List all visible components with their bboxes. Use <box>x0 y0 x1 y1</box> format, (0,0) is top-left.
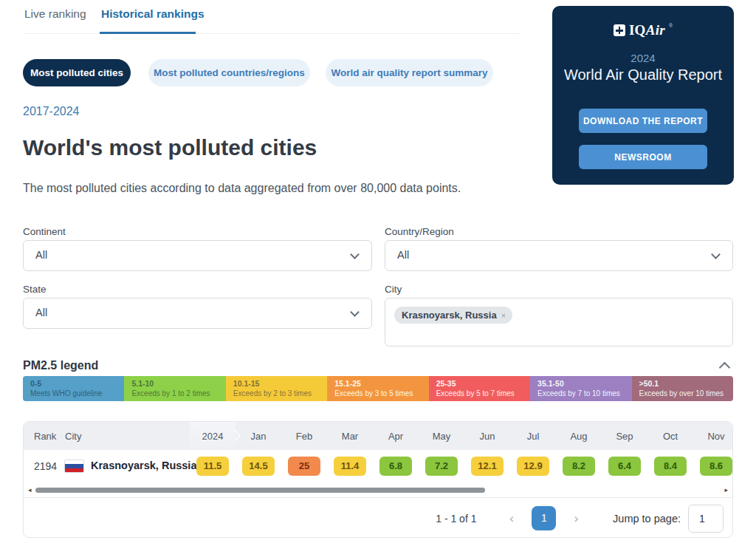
state-select[interactable]: All <box>23 298 372 329</box>
page-title: World's most polluted cities <box>23 135 317 160</box>
col-aug: Aug <box>556 431 602 442</box>
col-2024[interactable]: 2024 <box>190 431 236 442</box>
pm25-value: 7.2 <box>425 457 458 476</box>
col-apr: Apr <box>373 431 419 442</box>
russia-flag-icon <box>64 460 84 473</box>
chevron-down-icon <box>350 307 360 317</box>
continent-value: All <box>35 249 47 261</box>
table-row: 2194 Krasnoyarsk, Russia 11.5 14.5 25 11… <box>24 450 732 482</box>
legend-band: >50.1Exceeds by over 10 times <box>632 376 733 401</box>
jump-to-page-input[interactable] <box>688 505 724 533</box>
page-subtitle: The most polluted cities according to da… <box>23 182 461 195</box>
newsroom-button[interactable]: NEWSROOM <box>579 145 707 169</box>
year-range: 2017-2024 <box>23 105 80 118</box>
pm25-value: 8.2 <box>563 457 595 476</box>
col-jun: Jun <box>464 431 510 442</box>
legend-band: 25-35Exceeds by 5 to 7 times <box>429 376 530 401</box>
col-rank: Rank <box>34 431 56 442</box>
report-title: World Air Quality Report <box>552 66 734 83</box>
city-tag: Krasnoyarsk, Russia × <box>394 307 512 324</box>
city-multiselect[interactable]: Krasnoyarsk, Russia × <box>385 298 733 346</box>
state-value: All <box>35 307 47 318</box>
country-label: Country/Region <box>385 226 454 237</box>
col-sep: Sep <box>602 431 647 442</box>
col-mar: Mar <box>327 431 373 442</box>
table-header: Rank City 2024 Jan Feb Mar Apr May Jun J… <box>24 422 732 450</box>
tab-strip: Live ranking Historical rankings <box>23 0 520 34</box>
city-name[interactable]: Krasnoyarsk, Russia <box>91 460 196 471</box>
chevron-down-icon <box>711 250 721 259</box>
remove-tag-icon[interactable]: × <box>501 311 506 320</box>
tab-historical-rankings[interactable]: Historical rankings <box>101 7 205 21</box>
col-nov: Nov <box>693 431 733 442</box>
page-1-button[interactable]: 1 <box>532 506 556 530</box>
country-value: All <box>397 249 409 261</box>
rankings-table: Rank City 2024 Jan Feb Mar Apr May Jun J… <box>23 421 733 538</box>
col-may: May <box>419 431 464 442</box>
col-oct: Oct <box>647 431 693 442</box>
legend-band: 10.1-15Exceeds by 2 to 3 times <box>226 376 327 401</box>
registered-mark: ® <box>669 23 673 28</box>
city-tag-label: Krasnoyarsk, Russia <box>402 310 497 321</box>
legend-band: 5.1-10Exceeds by 1 to 2 times <box>124 376 225 401</box>
tab-live-ranking[interactable]: Live ranking <box>24 7 86 21</box>
col-jul: Jul <box>510 431 556 442</box>
iqair-cross-icon <box>614 24 625 36</box>
prev-page-icon[interactable]: ‹ <box>509 511 514 526</box>
report-year: 2024 <box>552 52 734 64</box>
pm25-value: 25 <box>288 457 320 476</box>
pm25-value: 8.6 <box>700 457 732 476</box>
pm25-legend-title: PM2.5 legend <box>23 359 98 372</box>
state-label: State <box>23 284 47 295</box>
col-jan: Jan <box>236 431 281 442</box>
iqair-logo: IQAir ® <box>552 22 734 38</box>
download-report-button[interactable]: DOWNLOAD THE REPORT <box>579 109 707 133</box>
chevron-up-icon[interactable] <box>719 362 731 374</box>
legend-band: 15.1-25Exceeds by 3 to 5 times <box>327 376 428 401</box>
pm25-value: 6.4 <box>608 457 641 476</box>
pagination-bar: 1 - 1 of 1 ‹ 1 › Jump to page: <box>24 497 732 538</box>
chevron-down-icon <box>350 250 360 259</box>
pm25-value: 12.1 <box>471 457 504 476</box>
pill-most-polluted-countries[interactable]: Most polluted countries/regions <box>148 59 310 86</box>
pill-report-summary[interactable]: World air quality report summary <box>326 59 493 86</box>
pagination-summary: 1 - 1 of 1 <box>436 513 476 525</box>
rank-value: 2194 <box>34 460 57 472</box>
pm25-value: 12.9 <box>517 457 549 476</box>
city-label: City <box>385 284 402 295</box>
pm25-legend-bar: 0-5Meets WHO guideline 5.1-10Exceeds by … <box>23 376 733 401</box>
active-tab-underline <box>100 32 196 34</box>
pm25-value: 11.5 <box>196 457 229 476</box>
pm25-value: 14.5 <box>242 457 275 476</box>
horizontal-scrollbar[interactable] <box>35 488 485 493</box>
next-page-icon[interactable]: › <box>574 511 579 526</box>
scroll-left-icon[interactable]: ◂ <box>28 486 32 494</box>
pill-most-polluted-cities[interactable]: Most polluted cities <box>23 59 131 86</box>
continent-label: Continent <box>23 226 66 237</box>
page: Live ranking Historical rankings Most po… <box>0 0 756 543</box>
col-feb: Feb <box>281 431 327 442</box>
legend-band: 0-5Meets WHO guideline <box>23 376 124 401</box>
iqair-wordmark: IQAir <box>629 22 665 38</box>
jump-to-page-label: Jump to page: <box>613 513 681 525</box>
scroll-right-icon[interactable]: ▸ <box>724 486 728 494</box>
pm25-value: 6.8 <box>379 457 412 476</box>
legend-band: 35.1-50Exceeds by 7 to 10 times <box>530 376 631 401</box>
col-city: City <box>65 431 81 442</box>
report-card: IQAir ® 2024 World Air Quality Report DO… <box>552 6 734 185</box>
country-select[interactable]: All <box>385 240 733 271</box>
continent-select[interactable]: All <box>23 240 372 271</box>
pm25-value: 8.4 <box>654 457 687 476</box>
pm25-value: 11.4 <box>334 457 366 476</box>
